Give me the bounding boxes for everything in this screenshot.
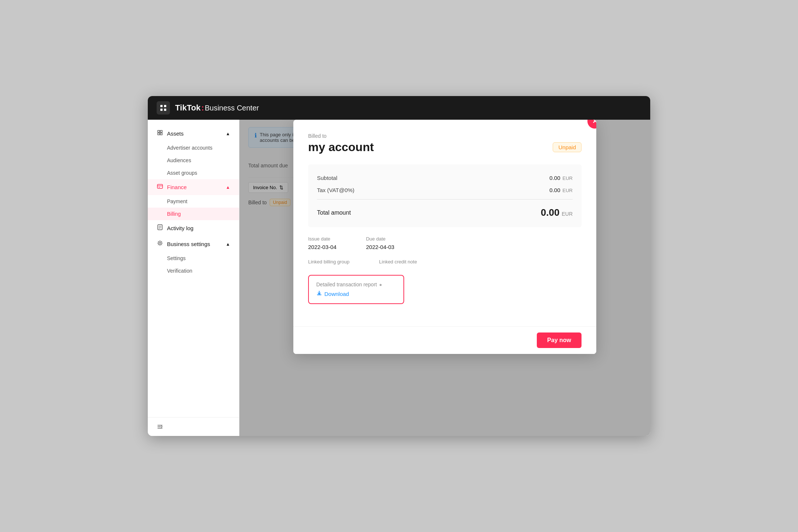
activity-log-icon (157, 224, 163, 232)
modal-billed-to-label: Billed to (308, 133, 582, 139)
issue-date-value: 2022-03-04 (308, 244, 337, 250)
brand-colon: : (201, 103, 204, 113)
download-icon (316, 290, 322, 297)
business-settings-icon (157, 240, 163, 248)
brand-biz: Business Center (205, 104, 259, 112)
subtotal-value: 0.00 EUR (549, 175, 573, 181)
subtotal-currency: EUR (563, 175, 573, 181)
linked-credit-label: Linked credit note (379, 259, 417, 265)
finance-label: Finance (167, 184, 187, 190)
download-link[interactable]: Download (316, 290, 396, 297)
topnav: TikTok : Business Center (148, 96, 650, 120)
sidebar-item-activity-log[interactable]: Activity log (148, 220, 239, 236)
modal-header-row: my account Unpaid (308, 140, 582, 154)
total-amount: 0.00 (541, 207, 560, 218)
subtotal-amount: 0.00 (549, 175, 560, 181)
due-date-block: Due date 2022-04-03 (366, 236, 395, 250)
issue-date-label: Issue date (308, 236, 337, 242)
svg-rect-2 (160, 109, 163, 111)
sidebar-item-payment[interactable]: Payment (148, 195, 239, 208)
page-content: ℹ This page only includes pay accounts c… (239, 120, 650, 436)
modal-footer: Pay now (293, 326, 596, 354)
modal-status-badge: Unpaid (553, 142, 582, 152)
sidebar-item-billing[interactable]: Billing (148, 208, 239, 220)
assets-label: Assets (167, 130, 184, 137)
sidebar-item-advertiser-accounts[interactable]: Advertiser accounts (148, 141, 239, 154)
due-date-label: Due date (366, 236, 395, 242)
subtotal-label: Subtotal (317, 175, 337, 181)
finance-icon (157, 183, 163, 191)
brand: TikTok : Business Center (175, 103, 259, 113)
sidebar: Assets ▲ Advertiser accounts Audiences A… (148, 120, 239, 436)
total-line: Total amount 0.00 EUR (317, 202, 573, 220)
modal-overlay: ✕ Billed to my account Unpaid Subtotal (239, 120, 650, 436)
issue-date-block: Issue date 2022-03-04 (308, 236, 337, 250)
sidebar-item-business-settings[interactable]: Business settings ▲ (148, 236, 239, 252)
total-value-group: 0.00 EUR (541, 207, 573, 218)
finance-chevron: ▲ (226, 185, 230, 190)
tax-currency: EUR (563, 188, 573, 193)
svg-rect-3 (164, 109, 166, 111)
total-label: Total amount (317, 209, 351, 216)
sidebar-item-audiences[interactable]: Audiences (148, 154, 239, 167)
total-currency: EUR (562, 211, 573, 217)
download-title-text: Detailed transaction report (316, 282, 377, 287)
due-date-value: 2022-04-03 (366, 244, 395, 250)
tax-label: Tax (VAT@0%) (317, 187, 354, 193)
subtotal-row: Subtotal 0.00 EUR (317, 172, 573, 184)
activity-log-label: Activity log (167, 225, 194, 231)
modal-account-name: my account (308, 140, 374, 154)
dates-row: Issue date 2022-03-04 Due date 2022-04-0… (308, 236, 582, 250)
linked-row: Linked billing group Linked credit note (308, 259, 582, 265)
svg-rect-0 (160, 105, 163, 107)
business-settings-label: Business settings (167, 241, 210, 247)
tax-amount: 0.00 (549, 187, 560, 193)
modal-body: Billed to my account Unpaid Subtotal 0.0… (293, 120, 596, 326)
sidebar-item-settings[interactable]: Settings (148, 252, 239, 265)
download-title: Detailed transaction report ● (316, 282, 396, 287)
sidebar-item-verification[interactable]: Verification (148, 265, 239, 277)
help-icon: ● (379, 282, 382, 287)
svg-point-6 (159, 242, 161, 244)
sidebar-item-assets[interactable]: Assets ▲ (148, 126, 239, 141)
grid-icon[interactable] (157, 101, 170, 115)
sidebar-item-finance[interactable]: Finance ▲ (148, 179, 239, 195)
linked-billing-block: Linked billing group (308, 259, 349, 265)
download-link-text: Download (324, 291, 349, 297)
tax-row: Tax (VAT@0%) 0.00 EUR (317, 184, 573, 196)
download-section: Detailed transaction report ● (308, 275, 404, 304)
tax-value: 0.00 EUR (549, 187, 573, 193)
line-items-section: Subtotal 0.00 EUR Tax (VAT@0%) 0.00 (308, 164, 582, 227)
sidebar-item-asset-groups[interactable]: Asset groups (148, 167, 239, 179)
pay-now-button[interactable]: Pay now (537, 332, 582, 348)
content-row: Assets ▲ Advertiser accounts Audiences A… (148, 120, 650, 436)
brand-tiktok: TikTok (175, 103, 201, 113)
svg-rect-4 (157, 184, 163, 188)
sidebar-collapse[interactable] (148, 417, 239, 436)
linked-credit-block: Linked credit note (379, 259, 417, 265)
close-icon: ✕ (592, 120, 597, 125)
assets-chevron: ▲ (226, 131, 230, 136)
business-settings-chevron: ▲ (226, 242, 230, 247)
invoice-modal: ✕ Billed to my account Unpaid Subtotal (293, 120, 596, 354)
app-window: TikTok : Business Center Assets ▲ Advert… (148, 96, 650, 436)
linked-billing-label: Linked billing group (308, 259, 349, 265)
assets-icon (157, 129, 163, 138)
svg-rect-1 (164, 105, 166, 107)
